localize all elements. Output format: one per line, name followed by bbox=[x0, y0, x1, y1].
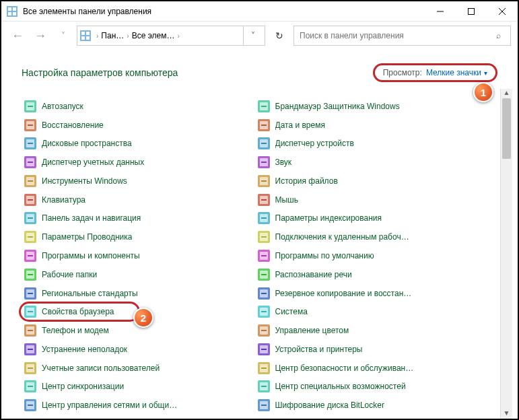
cp-item-label: Телефон и модем bbox=[42, 326, 109, 335]
svg-rect-16 bbox=[28, 106, 33, 107]
cp-item[interactable]: Устройства и принтеры bbox=[258, 343, 491, 356]
up-button[interactable]: ˅ bbox=[54, 26, 73, 45]
minimize-button[interactable] bbox=[425, 1, 456, 22]
cp-item-label: Центр специальных возможностей bbox=[275, 382, 406, 391]
cp-item[interactable]: Инструменты Windows bbox=[24, 174, 258, 188]
cp-item-label: Дата и время bbox=[275, 120, 325, 130]
scroll-up-icon[interactable]: ▲ bbox=[501, 89, 512, 98]
svg-rect-12 bbox=[81, 36, 85, 40]
cp-item[interactable]: Автозапуск bbox=[24, 100, 258, 113]
scrollbar[interactable]: ▲ ▼ bbox=[500, 89, 512, 419]
cp-item[interactable]: Центр безопасности и обслуживан… bbox=[258, 361, 491, 375]
cp-item[interactable]: Дисковые пространства bbox=[24, 137, 258, 151]
breadcrumb[interactable]: ›Пан… ›Все элем…› ˅ bbox=[77, 26, 265, 46]
cp-item[interactable]: Звук bbox=[258, 155, 491, 169]
cp-item[interactable]: Восстановление bbox=[24, 118, 258, 132]
cp-item-icon bbox=[24, 231, 36, 243]
cp-item[interactable]: Параметры индексирования bbox=[258, 212, 491, 225]
svg-rect-94 bbox=[261, 274, 267, 275]
cp-item[interactable]: Распознавание речи bbox=[258, 268, 491, 281]
cp-item-label: Параметры индексирования bbox=[275, 213, 382, 223]
cp-item-label: Региональные стандарты bbox=[42, 289, 138, 298]
breadcrumb-dropdown[interactable]: ˅ bbox=[243, 26, 262, 45]
svg-rect-85 bbox=[261, 217, 267, 219]
cp-item-icon bbox=[24, 399, 36, 411]
cp-item-icon bbox=[24, 250, 36, 262]
cp-item[interactable]: Панель задач и навигация bbox=[24, 212, 258, 225]
cp-item-label: Устройства и принтеры bbox=[275, 345, 363, 354]
bc-seg-2[interactable]: Все элем… bbox=[132, 31, 175, 40]
forward-button[interactable]: → bbox=[31, 26, 50, 45]
cp-item[interactable]: Диспетчер устройств bbox=[258, 137, 491, 151]
close-button[interactable] bbox=[487, 1, 518, 22]
cp-item-icon bbox=[258, 212, 270, 224]
cp-item-label: Учетные записи пользователей bbox=[42, 363, 160, 373]
search-box[interactable]: ⌕ bbox=[293, 26, 511, 46]
cp-item[interactable]: Управление цветом bbox=[258, 324, 491, 337]
cp-item[interactable]: Центр синхронизации bbox=[24, 380, 258, 393]
cp-item[interactable]: Устранение неполадок bbox=[24, 343, 258, 356]
maximize-button[interactable] bbox=[456, 1, 487, 22]
cp-item[interactable]: Диспетчер учетных данных bbox=[24, 155, 258, 169]
cp-item-icon bbox=[24, 175, 36, 187]
cp-item[interactable]: Программы и компоненты bbox=[24, 249, 258, 262]
cp-item[interactable]: Дата и время bbox=[258, 118, 491, 132]
cp-item[interactable]: Шифрование диска BitLocker bbox=[258, 398, 491, 412]
svg-rect-13 bbox=[86, 36, 90, 40]
cp-item[interactable]: Резервное копирование и восстан… bbox=[258, 287, 491, 300]
back-button[interactable]: ← bbox=[8, 26, 27, 45]
cp-item[interactable]: Центр специальных возможностей bbox=[258, 380, 491, 393]
cp-item[interactable]: Телефон и модем bbox=[24, 324, 258, 337]
cp-item[interactable]: Мышь bbox=[258, 193, 491, 207]
cp-item[interactable]: Подключения к удаленным рабоч… bbox=[258, 230, 491, 244]
cp-item-icon bbox=[24, 343, 36, 355]
cp-item[interactable]: Система bbox=[258, 305, 491, 318]
svg-rect-40 bbox=[28, 255, 33, 256]
cp-item-label: Звук bbox=[275, 158, 292, 167]
cp-item[interactable]: Свойства браузера2 bbox=[24, 305, 258, 318]
cp-item-label: Центр синхронизации bbox=[42, 382, 124, 391]
svg-rect-28 bbox=[28, 180, 33, 182]
svg-rect-79 bbox=[261, 180, 267, 182]
cp-item-icon bbox=[258, 250, 270, 262]
cp-item-label: Брандмауэр Защитника Windows bbox=[275, 102, 400, 111]
cp-item-icon bbox=[24, 119, 36, 131]
scroll-down-icon[interactable]: ▼ bbox=[501, 409, 512, 419]
cp-item-icon bbox=[258, 231, 270, 243]
svg-rect-31 bbox=[28, 199, 33, 201]
cp-item[interactable]: Учетные записи пользователей bbox=[24, 361, 258, 375]
svg-rect-25 bbox=[28, 162, 33, 163]
svg-rect-115 bbox=[261, 405, 267, 406]
cp-item-label: Дисковые пространства bbox=[42, 139, 132, 148]
cp-item-label: Центр безопасности и обслуживан… bbox=[275, 363, 414, 373]
cp-item[interactable]: Параметры Проводника bbox=[24, 230, 258, 244]
search-input[interactable] bbox=[300, 31, 491, 40]
cp-item-icon bbox=[24, 306, 36, 318]
svg-rect-1 bbox=[8, 7, 11, 11]
cp-item-icon bbox=[24, 156, 36, 168]
view-by-label: Просмотр: bbox=[383, 68, 422, 77]
cp-item[interactable]: Региональные стандарты bbox=[24, 287, 258, 300]
view-by-dropdown[interactable]: Просмотр: Мелкие значки ▾ bbox=[373, 63, 497, 82]
cp-item-icon bbox=[258, 306, 270, 318]
cp-item[interactable]: Программы по умолчанию bbox=[258, 249, 491, 262]
titlebar: Все элементы панели управления bbox=[1, 1, 518, 22]
search-icon[interactable]: ⌕ bbox=[491, 31, 505, 40]
cp-item-icon bbox=[258, 119, 270, 131]
svg-rect-46 bbox=[28, 293, 33, 294]
cp-item-label: История файлов bbox=[275, 176, 338, 186]
bc-seg-1[interactable]: Пан… bbox=[101, 31, 124, 40]
cp-item[interactable]: Рабочие папки bbox=[24, 268, 258, 281]
cp-item-label: Управление цветом bbox=[275, 326, 349, 335]
svg-rect-67 bbox=[261, 106, 267, 107]
scrollbar-thumb[interactable] bbox=[502, 98, 511, 159]
cp-item[interactable]: История файлов bbox=[258, 174, 491, 188]
cp-item[interactable]: Клавиатура bbox=[24, 193, 258, 207]
svg-rect-52 bbox=[28, 330, 33, 331]
cp-item[interactable]: Центр управления сетями и общи… bbox=[24, 398, 258, 412]
navbar: ← → ˅ ›Пан… ›Все элем…› ˅ ↻ ⌕ bbox=[1, 22, 518, 50]
refresh-button[interactable]: ↻ bbox=[269, 26, 289, 46]
cp-item-label: Программы по умолчанию bbox=[275, 251, 374, 260]
cp-item-icon bbox=[24, 194, 36, 206]
cp-item[interactable]: Брандмауэр Защитника Windows bbox=[258, 100, 491, 113]
